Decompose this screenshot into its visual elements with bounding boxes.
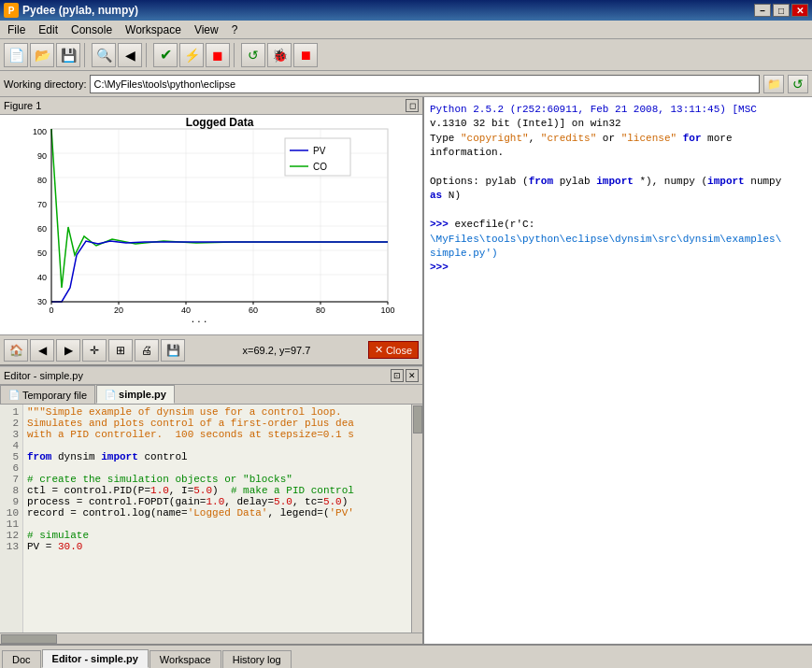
menu-edit[interactable]: Edit [33, 21, 64, 38]
workdir-label: Working directory: [4, 78, 86, 90]
left-panel: Figure 1 ◻ [0, 97, 424, 644]
editor-panel: Editor - simple.py ⊡ ✕ 📄 Temporary file … [0, 366, 422, 644]
menu-workspace[interactable]: Workspace [120, 21, 187, 38]
editor-tabs: 📄 Temporary file 📄 simple.py [0, 385, 422, 405]
chart-area: 30 40 50 60 70 80 90 100 0 20 40 [0, 115, 411, 334]
console-area[interactable]: Python 2.5.2 (r252:60911, Feb 21 2008, 1… [424, 97, 812, 644]
chart-back-button[interactable]: ◀ [30, 339, 54, 362]
chart-close-button[interactable]: ✕ Close [368, 341, 419, 359]
toolbar-sep-3 [234, 43, 237, 67]
svg-text:CO: CO [313, 162, 327, 172]
figure-titlebar: Figure 1 ◻ [0, 97, 422, 115]
svg-text:30: 30 [37, 297, 47, 306]
svg-text:50: 50 [37, 249, 47, 258]
open-button[interactable]: 📂 [30, 43, 54, 67]
code-area[interactable]: """Simple example of dynsim use for a co… [23, 405, 411, 632]
menu-help[interactable]: ? [226, 21, 244, 38]
editor-titlebar: Editor - simple.py ⊡ ✕ [0, 366, 422, 385]
svg-text:70: 70 [37, 200, 47, 209]
chart-save-button[interactable]: 💾 [161, 339, 185, 362]
main-content: Figure 1 ◻ [0, 97, 812, 644]
prompt-2: >>> [430, 262, 449, 273]
stop2-button[interactable]: ⏹ [293, 43, 318, 67]
tab-simple-py[interactable]: 📄 simple.py [96, 385, 175, 404]
execfile-cmd: execfile(r'C: [449, 219, 534, 230]
toolbar-sep-1 [84, 43, 88, 67]
chart-pan-button[interactable]: ✛ [82, 339, 107, 362]
svg-text:0: 0 [49, 306, 53, 315]
editor-close-button[interactable]: ✕ [406, 369, 419, 382]
figure-content: 30 40 50 60 70 80 90 100 0 20 40 [0, 115, 422, 364]
menu-view[interactable]: View [189, 21, 224, 38]
svg-text:90: 90 [37, 151, 47, 161]
hscroll-thumb[interactable] [1, 634, 57, 644]
bottom-tab-workspace[interactable]: Workspace [150, 650, 221, 668]
close-x-icon: ✕ [375, 344, 383, 356]
execfile-path2: simple.py') [430, 248, 498, 259]
svg-text:. . .: . . . [192, 312, 207, 325]
python-version: Python 2.5.2 (r252:60911, Feb 21 2008, 1… [430, 104, 757, 115]
svg-text:PV: PV [313, 146, 326, 156]
workdir-bar: Working directory: 📁 ↺ [0, 71, 812, 97]
right-panel: Python 2.5.2 (r252:60911, Feb 21 2008, 1… [424, 97, 812, 644]
toolbar: 📄 📂 💾 🔍 ◀ ✔ ⚡ ◼ ↺ 🐞 ⏹ [0, 39, 812, 71]
title-bar: P Pydee (pylab, numpy) – □ ✕ [0, 0, 812, 21]
menu-console[interactable]: Console [65, 21, 118, 38]
console-options: Options: pylab (from pylab import *), nu… [430, 176, 781, 187]
title-controls: – □ ✕ [754, 4, 808, 17]
run-all-button[interactable]: ⚡ [179, 43, 204, 67]
minimize-button[interactable]: – [754, 4, 771, 17]
line-numbers: 1234 5678 9101112 13 [0, 405, 23, 632]
title-bar-left: P Pydee (pylab, numpy) [4, 3, 138, 18]
horizontal-scrollbar[interactable] [0, 632, 422, 644]
chart-coordinates: x=69.2, y=97.7 [243, 345, 311, 356]
new-button[interactable]: 📄 [4, 43, 28, 67]
workdir-input[interactable] [90, 75, 760, 93]
stop-button[interactable]: ◼ [206, 43, 230, 67]
chart-toolbar-left: 🏠 ◀ ▶ ✛ ⊞ 🖨 💾 [4, 339, 185, 362]
close-window-button[interactable]: ✕ [791, 4, 808, 17]
chart-toolbar: 🏠 ◀ ▶ ✛ ⊞ 🖨 💾 x=69.2, y=97.7 ✕ Close [0, 334, 422, 364]
refresh-button[interactable]: ↺ [241, 43, 265, 67]
svg-text:20: 20 [114, 306, 123, 315]
debug-button[interactable]: 🐞 [267, 43, 292, 67]
console-type-hint: Type "copyright", "credits" or "license"… [430, 133, 733, 144]
chart-forward-button[interactable]: ▶ [56, 339, 80, 362]
code-scrollbar[interactable] [411, 405, 422, 632]
figure-titlebar-right: ◻ [406, 99, 419, 112]
figure-panel: Figure 1 ◻ [0, 97, 422, 366]
find-prev-button[interactable]: ◀ [118, 43, 142, 67]
console-info: information. [430, 147, 504, 158]
menu-file[interactable]: File [2, 21, 31, 38]
code-scrollbar-thumb[interactable] [413, 405, 422, 433]
svg-text:80: 80 [37, 176, 47, 185]
maximize-button[interactable]: □ [773, 4, 790, 17]
editor-undock-button[interactable]: ⊡ [391, 369, 404, 382]
find-button[interactable]: 🔍 [92, 43, 116, 67]
prompt-1: >>> [430, 219, 449, 230]
bottom-tab-editor[interactable]: Editor - simple.py [42, 649, 149, 668]
simple-py-icon: 📄 [105, 390, 116, 400]
menu-bar: File Edit Console Workspace View ? [0, 21, 812, 39]
chart-home-button[interactable]: 🏠 [4, 339, 28, 362]
svg-text:80: 80 [316, 306, 325, 315]
execfile-path1: \MyFiles\tools\python\eclipse\dynsim\src… [430, 234, 781, 245]
svg-text:40: 40 [37, 273, 47, 282]
bottom-tab-history[interactable]: History log [222, 650, 292, 668]
save-button[interactable]: 💾 [56, 43, 80, 67]
svg-text:60: 60 [37, 224, 47, 234]
app-icon: P [4, 3, 19, 18]
figure-restore-button[interactable]: ◻ [406, 99, 419, 112]
run-button[interactable]: ✔ [153, 43, 178, 67]
workdir-refresh-button[interactable]: ↺ [788, 75, 808, 93]
chart-print-button[interactable]: 🖨 [135, 339, 159, 362]
bottom-tab-doc[interactable]: Doc [2, 650, 41, 668]
svg-text:60: 60 [249, 306, 258, 315]
chart-svg: 30 40 50 60 70 80 90 100 0 20 40 [0, 115, 411, 334]
tab-temporary-file[interactable]: 📄 Temporary file [0, 385, 95, 404]
svg-text:100: 100 [33, 127, 47, 136]
temp-file-icon: 📄 [8, 390, 20, 400]
workdir-browse-button[interactable]: 📁 [763, 75, 784, 93]
window-title: Pydee (pylab, numpy) [22, 4, 138, 17]
chart-layers-button[interactable]: ⊞ [108, 339, 133, 362]
